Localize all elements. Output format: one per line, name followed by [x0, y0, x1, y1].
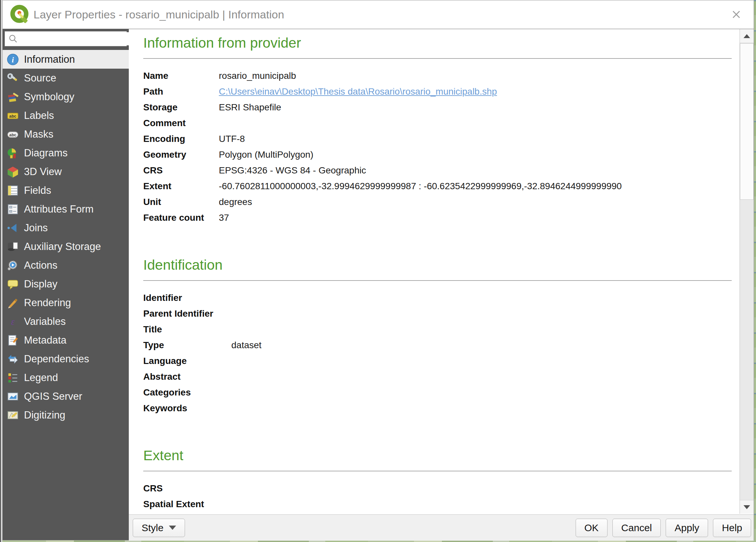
row-label: Unit — [143, 196, 219, 208]
sidebar-item-label: Attributes Form — [24, 203, 94, 215]
row-parent-identifier: Parent Identifier — [143, 306, 732, 322]
row-value: degrees — [219, 196, 252, 208]
sidebar-item-diagrams[interactable]: Diagrams — [3, 144, 129, 162]
row-label: Title — [143, 324, 231, 335]
row-path: Path C:\Users\einav\Desktop\Thesis data\… — [143, 84, 732, 100]
joins-icon — [7, 222, 19, 234]
section-divider — [143, 58, 732, 59]
sidebar-item-label: Dependencies — [24, 353, 89, 365]
content-scrollbar — [740, 29, 754, 514]
style-button[interactable]: Style — [133, 519, 185, 537]
sidebar: i Information Source Symbology abc Label… — [3, 29, 129, 540]
scrollbar-thumb[interactable] — [740, 43, 754, 200]
style-button-label: Style — [142, 522, 164, 533]
variables-icon: ε — [7, 315, 19, 328]
sidebar-item-label: Metadata — [24, 334, 66, 346]
path-link[interactable]: C:\Users\einav\Desktop\Thesis data\Rosar… — [219, 86, 497, 97]
row-label: CRS — [143, 165, 219, 176]
row-categories: Categories — [143, 385, 732, 400]
sidebar-item-attributes-form[interactable]: Attributes Form — [3, 200, 129, 218]
digitizing-icon — [7, 409, 19, 421]
sidebar-item-dependencies[interactable]: Dependencies — [3, 350, 129, 368]
svg-text:ε: ε — [11, 316, 15, 327]
row-label: Spatial Extent — [143, 499, 231, 510]
row-label: Feature count — [143, 212, 219, 223]
row-temporal-extent: Temporal Extent — [143, 512, 732, 514]
section-extent: Extent CRS Spatial Extent Temporal Exten… — [143, 446, 732, 514]
row-label: Extent — [143, 181, 219, 192]
row-label: Abstract — [143, 371, 231, 382]
sidebar-item-display[interactable]: Display — [3, 275, 129, 293]
apply-button[interactable]: Apply — [666, 519, 708, 537]
section-information-from-provider: Information from provider Name rosario_m… — [143, 34, 732, 226]
sidebar-item-label: Information — [24, 54, 75, 65]
sidebar-item-label: Masks — [24, 128, 54, 140]
row-name: Name rosario_municipalb — [143, 68, 732, 84]
sidebar-item-source[interactable]: Source — [3, 69, 129, 87]
sidebar-item-label: Variables — [24, 316, 66, 327]
row-keywords: Keywords — [143, 400, 732, 416]
sidebar-item-label: Fields — [24, 185, 51, 196]
sidebar-item-digitizing[interactable]: Digitizing — [3, 406, 129, 424]
row-label: Name — [143, 70, 219, 81]
search-input[interactable] — [21, 32, 139, 45]
chevron-down-icon — [169, 526, 176, 530]
information-panel: Information from provider Name rosario_m… — [129, 29, 740, 514]
sidebar-item-label: Joins — [24, 222, 48, 234]
close-icon — [731, 9, 742, 20]
row-label: Comment — [143, 118, 219, 129]
sidebar-item-label: Actions — [24, 260, 57, 271]
sidebar-item-information[interactable]: i Information — [3, 50, 129, 69]
row-value: rosario_municipalb — [219, 70, 296, 81]
sidebar-item-legend[interactable]: Legend — [3, 368, 129, 387]
3d-view-icon — [7, 166, 19, 178]
scrollbar-down-button[interactable] — [740, 500, 754, 514]
ok-button[interactable]: OK — [576, 519, 607, 537]
sidebar-item-variables[interactable]: ε Variables — [3, 312, 129, 331]
row-label: Encoding — [143, 133, 219, 145]
sidebar-item-rendering[interactable]: Rendering — [3, 293, 129, 312]
cancel-button[interactable]: Cancel — [612, 519, 661, 537]
sidebar-item-actions[interactable]: Actions — [3, 256, 129, 275]
sidebar-item-metadata[interactable]: Metadata — [3, 331, 129, 350]
triangle-down-icon — [744, 505, 750, 509]
sidebar-item-symbology[interactable]: Symbology — [3, 87, 129, 106]
sidebar-item-label: 3D View — [24, 166, 62, 178]
window-title: Layer Properties - rosario_municipalb | … — [34, 8, 284, 21]
symbology-icon — [7, 91, 19, 103]
information-icon: i — [7, 53, 19, 66]
sidebar-item-label: Labels — [24, 110, 54, 122]
sidebar-item-auxiliary-storage[interactable]: Auxiliary Storage — [3, 237, 129, 256]
section-title: Information from provider — [143, 34, 732, 52]
sidebar-item-label: Symbology — [24, 91, 74, 103]
row-storage: Storage ESRI Shapefile — [143, 100, 732, 115]
scrollbar-up-button[interactable] — [740, 29, 754, 43]
row-language: Language — [143, 353, 732, 369]
background-map-strip-left — [0, 0, 2, 542]
legend-icon — [7, 372, 19, 384]
row-value: EPSG:4326 - WGS 84 - Geographic — [219, 165, 366, 176]
source-icon — [7, 72, 19, 84]
dependencies-icon — [7, 353, 19, 365]
row-abstract: Abstract — [143, 369, 732, 385]
sidebar-item-fields[interactable]: Fields — [3, 181, 129, 200]
sidebar-item-label: Legend — [24, 372, 58, 384]
row-value: -60.7602811000000003,-32.999462999999998… — [219, 181, 622, 192]
sidebar-item-qgis-server[interactable]: QGIS Server — [3, 387, 129, 406]
row-spatial-extent: Spatial Extent — [143, 496, 732, 512]
attributes-form-icon — [7, 203, 19, 215]
row-value: UTF-8 — [219, 133, 245, 145]
row-extent-crs: CRS — [143, 481, 732, 496]
row-label: Language — [143, 355, 231, 367]
close-button[interactable] — [729, 7, 744, 22]
sidebar-item-3d-view[interactable]: 3D View — [3, 162, 129, 181]
row-label: CRS — [143, 483, 231, 494]
row-label: Identifier — [143, 292, 231, 304]
sidebar-item-labels[interactable]: abc Labels — [3, 106, 129, 125]
sidebar-item-joins[interactable]: Joins — [3, 218, 129, 237]
row-identifier: Identifier — [143, 290, 732, 306]
row-feature-count: Feature count 37 — [143, 210, 732, 226]
display-icon — [7, 278, 19, 290]
sidebar-item-masks[interactable]: abc Masks — [3, 125, 129, 144]
help-button[interactable]: Help — [713, 519, 751, 537]
